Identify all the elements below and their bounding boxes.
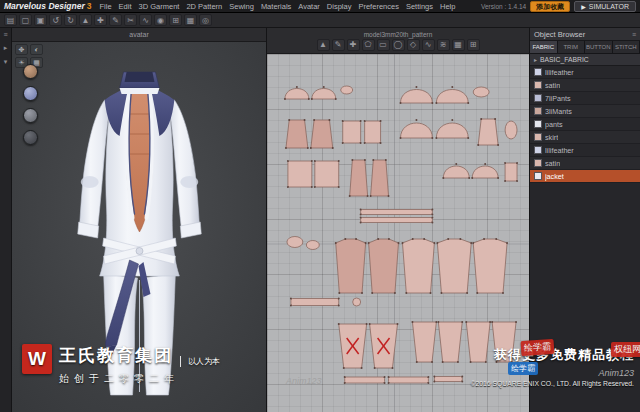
- menu-file[interactable]: File: [100, 2, 112, 11]
- pattern-piece[interactable]: [287, 237, 303, 248]
- pattern-select-icon[interactable]: ▲: [317, 39, 330, 51]
- pattern-piece[interactable]: [437, 321, 463, 363]
- pattern-piece[interactable]: [505, 121, 517, 139]
- fabric-item[interactable]: satin: [530, 79, 640, 92]
- scene-preset-thumbnail[interactable]: [23, 130, 38, 145]
- undo-icon[interactable]: ↺: [49, 14, 62, 26]
- pattern-piece[interactable]: [360, 217, 434, 224]
- pattern-piece[interactable]: [370, 159, 390, 197]
- pattern-piece[interactable]: [388, 376, 430, 384]
- measure-tool-icon[interactable]: ⊞: [169, 14, 182, 26]
- pattern-piece[interactable]: [335, 238, 367, 294]
- pattern-piece[interactable]: [364, 120, 382, 144]
- menu-edit[interactable]: Edit: [119, 2, 132, 11]
- menu-settings[interactable]: Settings: [406, 2, 433, 11]
- pattern-piece[interactable]: [477, 118, 499, 146]
- tab-button[interactable]: BUTTON: [585, 41, 613, 53]
- menu-3d-garment[interactable]: 3D Garment: [139, 2, 180, 11]
- pattern-piece[interactable]: [473, 87, 489, 97]
- gizmo-icon[interactable]: ✥: [15, 44, 28, 55]
- pattern-piece[interactable]: [442, 163, 470, 179]
- fabric-item[interactable]: lilifeather: [530, 144, 640, 157]
- camera-icon[interactable]: ◎: [199, 14, 212, 26]
- tab-trim[interactable]: TRIM: [558, 41, 586, 53]
- tab-fabric[interactable]: FABRIC: [530, 41, 558, 53]
- grid-icon[interactable]: ▦: [184, 14, 197, 26]
- menu-help[interactable]: Help: [440, 2, 455, 11]
- avatar-head-thumbnail[interactable]: [23, 64, 38, 79]
- pattern-piece[interactable]: [471, 163, 499, 179]
- redo-icon[interactable]: ↻: [64, 14, 77, 26]
- fabric-item[interactable]: pants: [530, 118, 640, 131]
- pattern-piece[interactable]: [290, 298, 340, 307]
- pattern-piece[interactable]: [369, 323, 399, 369]
- show-grid-icon[interactable]: ⊞: [467, 39, 480, 51]
- menu-display[interactable]: Display: [327, 2, 352, 11]
- pattern-piece[interactable]: [472, 238, 508, 294]
- pattern-piece[interactable]: [399, 119, 433, 139]
- pattern-piece[interactable]: [433, 376, 463, 383]
- menu-2d-pattern[interactable]: 2D Pattern: [186, 2, 222, 11]
- fabric-item[interactable]: satin: [530, 157, 640, 170]
- add-point-icon[interactable]: ✚: [347, 39, 360, 51]
- pin-tool-icon[interactable]: ◉: [154, 14, 167, 26]
- pattern-edit-icon[interactable]: ✎: [332, 39, 345, 51]
- pattern-piece[interactable]: [285, 119, 309, 149]
- seam-tool-icon[interactable]: ∿: [422, 39, 435, 51]
- circle-tool-icon[interactable]: ◯: [392, 39, 405, 51]
- pattern-piece[interactable]: [344, 376, 386, 384]
- garment-preset-thumbnail[interactable]: [23, 86, 38, 101]
- pattern-piece[interactable]: [284, 86, 310, 100]
- pattern-piece[interactable]: [504, 162, 518, 182]
- menu-materials[interactable]: Materials: [261, 2, 291, 11]
- select-tool-icon[interactable]: ▲: [79, 14, 92, 26]
- pattern-piece[interactable]: [341, 86, 353, 94]
- free-sew-icon[interactable]: ≋: [437, 39, 450, 51]
- pattern-piece[interactable]: [360, 209, 434, 216]
- pattern-piece[interactable]: [436, 238, 472, 294]
- pattern-piece[interactable]: [342, 120, 362, 144]
- pattern-piece[interactable]: [435, 119, 469, 139]
- pattern-piece[interactable]: [310, 119, 334, 149]
- render-mode-icon[interactable]: ◐: [30, 44, 43, 55]
- pattern-piece[interactable]: [435, 86, 469, 104]
- texture-icon[interactable]: ▦: [452, 39, 465, 51]
- tab-stitch[interactable]: STITCH: [613, 41, 640, 53]
- collapse-panel-icon[interactable]: ▾: [4, 58, 8, 66]
- pen-tool-icon[interactable]: ✎: [109, 14, 122, 26]
- fabric-item[interactable]: 3liMants: [530, 105, 640, 118]
- move-tool-icon[interactable]: ✚: [94, 14, 107, 26]
- fabric-item[interactable]: jacket: [530, 170, 640, 183]
- favorite-button[interactable]: 添加收藏: [530, 1, 570, 12]
- pattern-piece[interactable]: [368, 238, 400, 294]
- pattern-piece[interactable]: [311, 86, 337, 100]
- simulator-button[interactable]: ▶SIMULATOR: [574, 1, 636, 12]
- fabric-group-header[interactable]: ▸ BASIC_FABRIC: [530, 54, 640, 66]
- panel-menu-icon[interactable]: ≡: [3, 31, 7, 38]
- pattern-piece[interactable]: [401, 238, 435, 294]
- expand-panel-icon[interactable]: ▸: [4, 44, 8, 52]
- garment-collar[interactable]: [120, 72, 160, 94]
- fabric-item[interactable]: lilifeather: [530, 66, 640, 79]
- menu-sewing[interactable]: Sewing: [229, 2, 254, 11]
- panel-options-icon[interactable]: ≡: [632, 31, 636, 38]
- pattern-piece[interactable]: [349, 159, 369, 197]
- save-icon[interactable]: ▣: [34, 14, 47, 26]
- scissors-tool-icon[interactable]: ✂: [124, 14, 137, 26]
- open-file-icon[interactable]: ▢: [19, 14, 32, 26]
- new-file-icon[interactable]: ▤: [4, 14, 17, 26]
- pattern-piece[interactable]: [338, 323, 368, 369]
- dart-tool-icon[interactable]: ◇: [407, 39, 420, 51]
- pattern-piece[interactable]: [287, 160, 313, 188]
- menu-preferences[interactable]: Preferences: [358, 2, 398, 11]
- polygon-tool-icon[interactable]: ⬠: [362, 39, 375, 51]
- pattern-piece[interactable]: [411, 321, 437, 363]
- menu-avatar[interactable]: Avatar: [298, 2, 320, 11]
- fabric-item[interactable]: skirt: [530, 131, 640, 144]
- sew-tool-icon[interactable]: ∿: [139, 14, 152, 26]
- fabric-item[interactable]: 7liPants: [530, 92, 640, 105]
- pattern-piece[interactable]: [314, 160, 340, 188]
- pattern-piece[interactable]: [353, 298, 361, 306]
- pattern-piece[interactable]: [399, 86, 433, 104]
- pattern-piece[interactable]: [306, 241, 319, 250]
